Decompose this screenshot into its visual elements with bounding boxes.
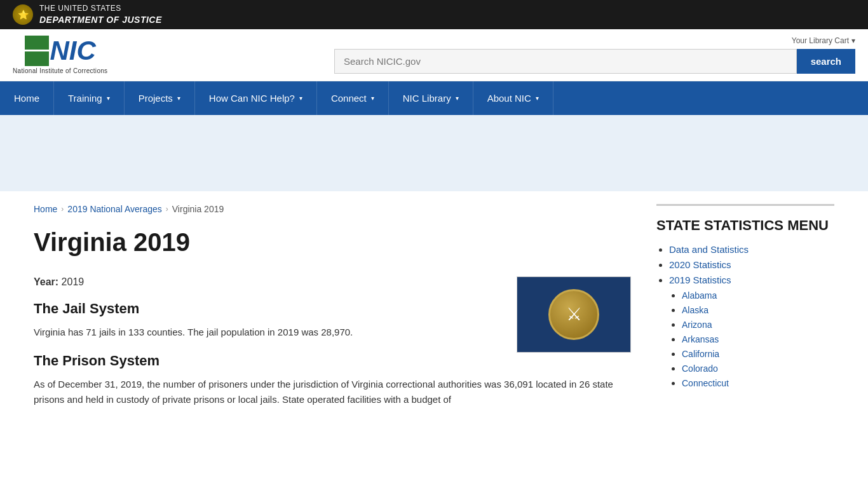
chevron-down-icon: ▾	[299, 95, 302, 102]
library-cart-icon: ▾	[851, 36, 855, 45]
logo-nic-text: NIC	[50, 37, 96, 64]
va-seal-icon: ⚔	[566, 304, 582, 325]
sidebar: STATE STATISTICS MENU Data and Statistic…	[656, 191, 834, 433]
list-item: California	[682, 348, 834, 360]
sidebar-link-california[interactable]: California	[682, 349, 719, 359]
list-item: Colorado	[682, 363, 834, 374]
content-body: ⚔ Year: 2019 The Jail System Virginia ha…	[34, 276, 631, 420]
sidebar-link-arizona[interactable]: Arizona	[682, 320, 712, 330]
nav-item-about-nic[interactable]: About NIC ▾	[473, 81, 553, 115]
search-button[interactable]: search	[797, 49, 855, 74]
content-area: Home › 2019 National Averages › Virginia…	[34, 191, 631, 433]
va-flag-inner: ⚔	[523, 283, 625, 346]
hero-banner	[0, 115, 868, 191]
gov-bar-text: The United States Department of Justice	[39, 4, 162, 25]
breadcrumb-separator: ›	[61, 205, 64, 214]
list-item: Arizona	[682, 319, 834, 330]
library-cart-link[interactable]: Your Library Cart	[792, 36, 849, 45]
year-value: 2019	[62, 276, 85, 287]
chevron-down-icon: ▾	[536, 95, 539, 102]
site-logo[interactable]: NIC National Institute of Corrections	[13, 36, 107, 74]
list-item: 2019 Statistics Alabama Alaska Arizona A…	[669, 274, 834, 389]
breadcrumb-home[interactable]: Home	[34, 204, 57, 214]
sidebar-link-arkansas[interactable]: Arkansas	[682, 334, 719, 344]
sidebar-link-connecticut[interactable]: Connecticut	[682, 378, 729, 388]
year-label: Year:	[34, 276, 58, 287]
list-item: Data and Statistics	[669, 244, 834, 255]
sidebar-link-2020-statistics[interactable]: 2020 Statistics	[669, 259, 731, 270]
list-item: Alabama	[682, 290, 834, 301]
site-header: NIC National Institute of Corrections Yo…	[0, 29, 868, 81]
list-item: Alaska	[682, 304, 834, 316]
breadcrumb: Home › 2019 National Averages › Virginia…	[34, 204, 631, 214]
nav-item-connect[interactable]: Connect ▾	[317, 81, 389, 115]
sidebar-link-alaska[interactable]: Alaska	[682, 305, 709, 315]
list-item: Arkansas	[682, 334, 834, 345]
header-right: Your Library Cart ▾ search	[120, 36, 855, 74]
sidebar-state-list: Alabama Alaska Arizona Arkansas Californ…	[669, 290, 834, 389]
sidebar-link-colorado[interactable]: Colorado	[682, 363, 718, 374]
section2-title: The Prison System	[34, 353, 631, 369]
sidebar-menu-title: STATE STATISTICS MENU	[656, 217, 834, 234]
gov-bar: ⭐ The United States Department of Justic…	[0, 0, 868, 29]
chevron-down-icon: ▾	[371, 95, 374, 102]
sidebar-main-list: Data and Statistics 2020 Statistics 2019…	[656, 244, 834, 389]
list-item: Connecticut	[682, 377, 834, 389]
sidebar-divider	[656, 204, 834, 206]
breadcrumb-current: Virginia 2019	[172, 204, 224, 214]
doj-seal: ⭐	[13, 4, 33, 25]
chevron-down-icon: ▾	[456, 95, 459, 102]
library-cart[interactable]: Your Library Cart ▾	[792, 36, 855, 45]
nav-item-projects[interactable]: Projects ▾	[125, 81, 195, 115]
nav-item-training[interactable]: Training ▾	[54, 81, 125, 115]
nav-item-home[interactable]: Home	[0, 81, 54, 115]
sidebar-link-2019-statistics[interactable]: 2019 Statistics	[669, 274, 731, 285]
sidebar-link-data-statistics[interactable]: Data and Statistics	[669, 244, 749, 255]
page-title: Virginia 2019	[34, 227, 631, 257]
list-item: 2020 Statistics	[669, 259, 834, 271]
logo-graphic: NIC	[25, 36, 96, 66]
virginia-flag-image: ⚔	[517, 276, 631, 353]
breadcrumb-level2[interactable]: 2019 National Averages	[67, 204, 161, 214]
main-nav: Home Training ▾ Projects ▾ How Can NIC H…	[0, 81, 868, 115]
breadcrumb-separator-2: ›	[166, 205, 168, 214]
logo-subtitle: National Institute of Corrections	[13, 67, 107, 74]
search-input[interactable]	[334, 49, 797, 74]
main-container: Home › 2019 National Averages › Virginia…	[21, 191, 847, 433]
search-bar: search	[334, 49, 855, 74]
nav-item-nic-library[interactable]: NIC Library ▾	[389, 81, 473, 115]
chevron-down-icon: ▾	[177, 95, 180, 102]
nav-item-how-can-nic-help[interactable]: How Can NIC Help? ▾	[195, 81, 317, 115]
logo-flag	[25, 36, 49, 66]
sidebar-link-alabama[interactable]: Alabama	[682, 290, 717, 301]
chevron-down-icon: ▾	[107, 95, 110, 102]
section2-text: As of December 31, 2019, the number of p…	[34, 377, 631, 407]
va-seal: ⚔	[548, 289, 599, 340]
